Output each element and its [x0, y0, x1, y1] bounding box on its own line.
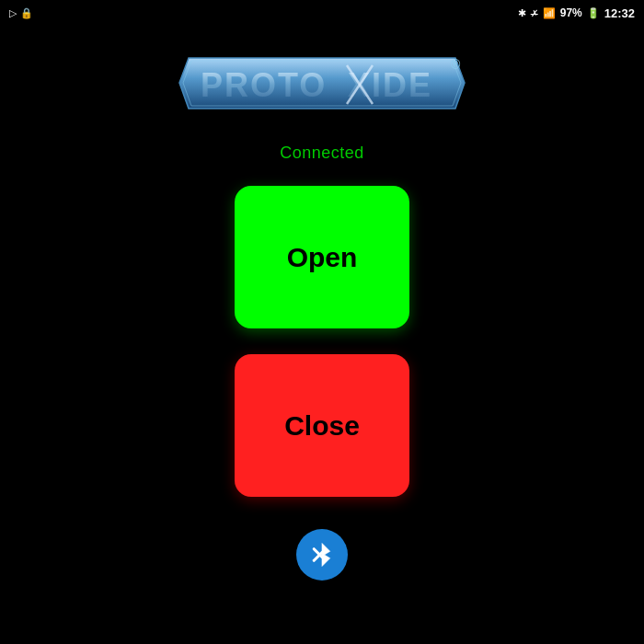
no-sim-icon: ✗	[531, 8, 538, 18]
connection-status: Connected	[280, 144, 364, 163]
signal-icon: 📶	[543, 7, 556, 19]
open-button[interactable]: Open	[235, 186, 409, 328]
clock: 12:32	[604, 6, 635, 20]
svg-text:®: ®	[451, 57, 461, 72]
close-button[interactable]: Close	[235, 354, 409, 497]
bluetooth-icon	[308, 541, 336, 569]
status-bar: ▷ 🔒 ✱ ✗ 📶 97% 🔋 12:32	[0, 0, 644, 26]
lock-icon: 🔒	[20, 7, 33, 19]
status-bar-right: ✱ ✗ 📶 97% 🔋 12:32	[518, 6, 635, 20]
logo-container: PROTO XIDE ®	[0, 35, 644, 127]
bluetooth-button[interactable]	[296, 529, 348, 581]
logo-svg: PROTO XIDE ®	[175, 49, 469, 118]
close-button-label: Close	[284, 410, 360, 442]
status-bar-left: ▷ 🔒	[9, 7, 33, 19]
svg-text:PROTO: PROTO	[201, 66, 327, 104]
open-button-label: Open	[287, 242, 358, 273]
play-icon: ▷	[9, 7, 17, 19]
battery-icon: 🔋	[587, 7, 600, 19]
main-content: PROTO XIDE ® Connected Open Close	[0, 26, 644, 644]
bluetooth-status-icon: ✱	[518, 7, 526, 19]
battery-level: 97%	[560, 6, 582, 19]
